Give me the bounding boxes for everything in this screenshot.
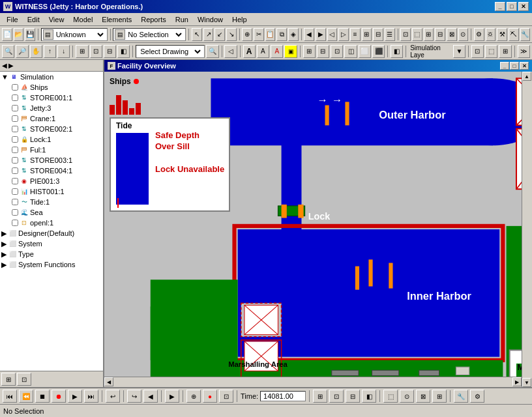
tide-checkbox[interactable] [12,199,18,205]
tb-btn-28[interactable]: 🔧 [520,28,531,41]
close-btn[interactable]: ✕ [518,2,529,11]
font-color[interactable]: A [271,45,283,58]
search-btn[interactable]: 🔍 [206,45,218,58]
tb-btn-15[interactable]: ⊞ [362,28,372,41]
tree-item-store001[interactable]: ⇅ STORE001:1 [0,93,103,103]
hist001-checkbox[interactable] [12,188,18,195]
sim-expand[interactable]: ▼ [1,73,8,81]
scroll-left-btn[interactable]: ◀ [104,377,113,386]
pb-btn-3[interactable]: ⊟ [346,390,360,403]
pb-btn-4[interactable]: ◧ [362,390,376,403]
font-a1[interactable]: A [243,45,256,58]
tree-item-tide[interactable]: 〜 Tide:1 [0,197,103,207]
menu-elements[interactable]: Elements [98,14,136,25]
tree-item-designer[interactable]: ▶ ⬜ Designer(Default) [0,228,103,238]
menu-edit[interactable]: Edit [23,14,44,25]
window-controls[interactable]: _ □ ✕ [495,2,529,11]
tb2-3[interactable]: ⊟ [104,45,116,58]
tb-btn-17[interactable]: ☰ [385,28,395,41]
tb2-9[interactable]: ◫ [344,45,357,58]
mdi-maximize[interactable]: □ [510,62,519,70]
tb2-8[interactable]: ⊡ [331,45,343,58]
tb-btn-18[interactable]: ⊡ [400,28,411,41]
tree-item-hist001[interactable]: 📊 HIST001:1 [0,186,103,197]
tb2-17[interactable]: ≫ [518,45,530,58]
tb-btn-9[interactable]: ◈ [288,28,299,41]
mdi-controls[interactable]: _ □ ✕ [500,62,529,70]
tb-btn-25[interactable]: ⛭ [486,28,496,41]
tree-item-sea[interactable]: 🌊 Sea [0,207,103,218]
pb-btn-9[interactable]: 🔧 [454,390,468,403]
tree-item-simulation[interactable]: ▼ 🖥 Simulation [0,72,103,82]
tb-btn-8[interactable]: ⧉ [276,28,287,41]
playback-next[interactable]: ⏭ [84,390,98,403]
tree-item-system[interactable]: ▶ ⬜ System [0,238,103,249]
tb-btn-2[interactable]: ↗ [203,28,214,41]
tree-item-store004[interactable]: ⇅ STORE004:1 [0,165,103,176]
tb2-5[interactable]: ◁ [224,45,237,58]
tb-btn-24[interactable]: ⚙ [474,28,484,41]
system-expand[interactable]: ▶ [1,240,7,248]
playback-rec2[interactable]: ● [203,390,217,403]
zoom-in-btn[interactable]: 🔍 [2,45,14,58]
store002-checkbox[interactable] [12,126,18,132]
tree-expand-btn[interactable]: ▶ [8,62,14,69]
tree-item-crane[interactable]: ⛿ Crane:1 [0,113,103,124]
tree-btn-1[interactable]: ⊞ [1,373,16,386]
store004-checkbox[interactable] [12,167,18,174]
tree-item-pie001[interactable]: ◉ PIE001:3 [0,176,103,186]
tree-item-lock[interactable]: 🔒 Lock:1 [0,134,103,145]
up-btn[interactable]: ↑ [44,45,56,58]
tree-item-ships[interactable]: ⛵ Ships [0,82,103,93]
minimize-btn[interactable]: _ [495,2,505,11]
pb-btn-7[interactable]: ⊠ [416,390,430,403]
designer-expand[interactable]: ▶ [1,229,7,238]
jetty-checkbox[interactable] [12,105,18,111]
tb2-4[interactable]: ◧ [117,45,130,58]
tb-btn-11[interactable]: ▶ [316,28,326,41]
tb2-16[interactable]: ⊞ [499,45,511,58]
store003-checkbox[interactable] [12,157,18,164]
pan-btn[interactable]: ✋ [30,45,42,58]
ships-checkbox[interactable] [12,84,18,91]
tb-btn-10[interactable]: ◀ [304,28,314,41]
new-btn[interactable]: 📄 [2,28,12,41]
tb2-7[interactable]: ⊟ [317,45,329,58]
playback-opts[interactable]: ⊡ [219,390,233,403]
bg-color[interactable]: ▣ [284,45,297,58]
pb-btn-10[interactable]: ⚙ [470,390,484,403]
tb-btn-23[interactable]: ⊙ [458,28,469,41]
type-expand[interactable]: ▶ [1,250,7,259]
playback-start[interactable]: ⏮ [3,390,17,403]
sysfunc-expand[interactable]: ▶ [1,261,7,269]
tb-btn-6[interactable]: ✂ [254,28,264,41]
font-a2[interactable]: A [257,45,269,58]
menu-help[interactable]: Help [228,14,251,25]
maximize-btn[interactable]: □ [507,2,517,11]
tree-btn-2[interactable]: ⊡ [17,373,31,386]
open-btn[interactable]: 📂 [14,28,24,41]
unknown-dropdown[interactable]: Unknown [53,30,106,39]
menu-reports[interactable]: Reports [137,14,170,25]
tree-item-store003[interactable]: ⇅ STORE003:1 [0,155,103,165]
tb-btn-16[interactable]: ⊟ [373,28,383,41]
tb-btn-7[interactable]: 📋 [265,28,276,41]
playback-play[interactable]: ▶ [68,390,82,403]
playback-step-fwd[interactable]: ↪ [127,390,141,403]
tb-btn-19[interactable]: ⬚ [412,28,422,41]
tb2-13[interactable]: ▼ [453,45,466,58]
tb-btn-26[interactable]: ⚒ [497,28,507,41]
pb-btn-6[interactable]: ⊙ [400,390,414,403]
playback-event[interactable]: ⊕ [186,390,201,403]
save-btn[interactable]: 💾 [25,28,35,41]
tb2-12[interactable]: ◧ [391,45,403,58]
playback-stop[interactable]: ⏹ [35,390,50,403]
pb-btn-5[interactable]: ⬚ [383,390,398,403]
scroll-up-btn[interactable]: ▲ [522,72,531,81]
tb-btn-12[interactable]: ◁ [327,28,338,41]
select-drawing-dropdown[interactable]: Select Drawing [138,47,203,56]
tb2-11[interactable]: ⬛ [372,45,385,58]
tb2-14[interactable]: ⊡ [471,45,484,58]
openl-checkbox[interactable] [12,220,18,226]
lock-checkbox[interactable] [12,136,18,143]
